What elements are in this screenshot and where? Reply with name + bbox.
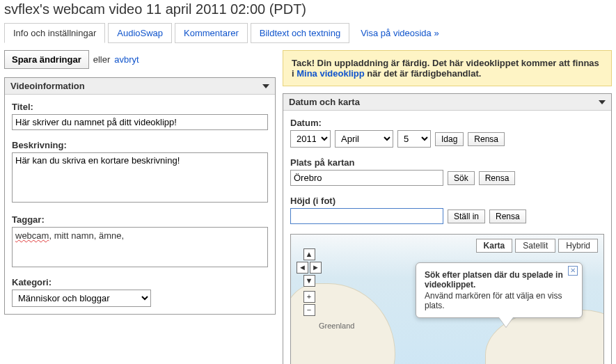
map-label-greenland: Greenland	[319, 322, 354, 330]
category-select[interactable]: Människor och bloggar	[12, 290, 151, 307]
map-pan-up[interactable]: ▲	[303, 248, 315, 260]
date-map-header: Datum och karta	[289, 97, 360, 107]
upload-notice: Tack! Din uppladdning är färdig. Det här…	[283, 50, 612, 86]
altitude-input[interactable]	[290, 208, 443, 224]
map-tip-bold: Sök efter platsen där du spelade in vide…	[425, 270, 574, 290]
map-pan-zoom-controls: ▲ ◄► ▼ + −	[297, 248, 322, 316]
description-label: Beskrivning:	[12, 140, 268, 150]
tab-audioswap[interactable]: AudioSwap	[108, 23, 172, 43]
map-pan-right[interactable]: ►	[310, 262, 322, 274]
tab-captions[interactable]: Bildtext och textning	[251, 23, 349, 43]
tag-first: webcam	[15, 230, 49, 241]
day-select[interactable]: 5	[397, 130, 431, 148]
chevron-down-icon[interactable]	[599, 100, 606, 104]
date-map-panel: Datum och karta Datum: 2011 April 5 Idag…	[283, 93, 612, 364]
map-pan-down[interactable]: ▼	[303, 275, 315, 287]
map-type-map[interactable]: Karta	[476, 239, 513, 253]
tags-input[interactable]: webcam, mitt namn, ämne,	[12, 227, 268, 267]
save-button[interactable]: Spara ändringar	[4, 50, 89, 69]
place-input[interactable]	[290, 170, 443, 186]
altitude-clear-button[interactable]: Rensa	[489, 209, 526, 223]
tab-info[interactable]: Info och inställningar	[4, 23, 105, 43]
map-type-satellite[interactable]: Satellit	[515, 239, 555, 253]
cancel-link[interactable]: avbryt	[114, 54, 139, 65]
category-label: Kategori:	[12, 277, 268, 287]
today-button[interactable]: Idag	[435, 132, 464, 146]
map-tip-text: Använd markören för att välja en viss pl…	[425, 291, 574, 310]
map-tooltip: ✕ Sök efter platsen där du spelade in vi…	[416, 262, 583, 318]
year-select[interactable]: 2011	[290, 130, 331, 148]
my-videos-link[interactable]: Mina videoklipp	[297, 68, 365, 79]
map-zoom-in[interactable]: +	[303, 291, 315, 303]
title-label: Titel:	[12, 102, 268, 112]
date-label: Datum:	[290, 118, 604, 128]
map[interactable]: Greenland Karta Satellit Hybrid ▲ ◄► ▼ +…	[290, 234, 604, 364]
altitude-label: Höjd (i fot)	[290, 196, 604, 206]
place-clear-button[interactable]: Rensa	[479, 171, 516, 185]
or-text: eller	[93, 54, 111, 65]
video-info-header: Videoinformation	[10, 81, 85, 91]
video-info-panel: Videoinformation Titel: Beskrivning: Här…	[4, 77, 276, 315]
month-select[interactable]: April	[335, 130, 393, 148]
chevron-down-icon[interactable]	[262, 84, 269, 88]
tag-rest: , mitt namn, ämne,	[49, 230, 124, 241]
tab-comments[interactable]: Kommentarer	[175, 23, 248, 43]
set-button[interactable]: Ställ in	[448, 209, 485, 223]
date-clear-button[interactable]: Rensa	[468, 132, 505, 146]
place-label: Plats på kartan	[290, 157, 604, 168]
description-input[interactable]: Här kan du skriva en kortare beskrivning…	[12, 152, 268, 203]
view-on-videopage-link[interactable]: Visa på videosida »	[361, 28, 439, 38]
map-zoom-out[interactable]: −	[303, 304, 315, 316]
page-title: svflex's webcam video 11 april 2011 02:0…	[0, 0, 616, 23]
search-button[interactable]: Sök	[448, 171, 475, 185]
tags-label: Taggar:	[12, 214, 268, 225]
close-icon[interactable]: ✕	[568, 266, 578, 276]
title-input[interactable]	[12, 114, 268, 130]
map-type-hybrid[interactable]: Hybrid	[558, 239, 598, 253]
map-pan-left[interactable]: ◄	[297, 262, 308, 274]
tab-bar: Info och inställningar AudioSwap Komment…	[0, 23, 616, 43]
